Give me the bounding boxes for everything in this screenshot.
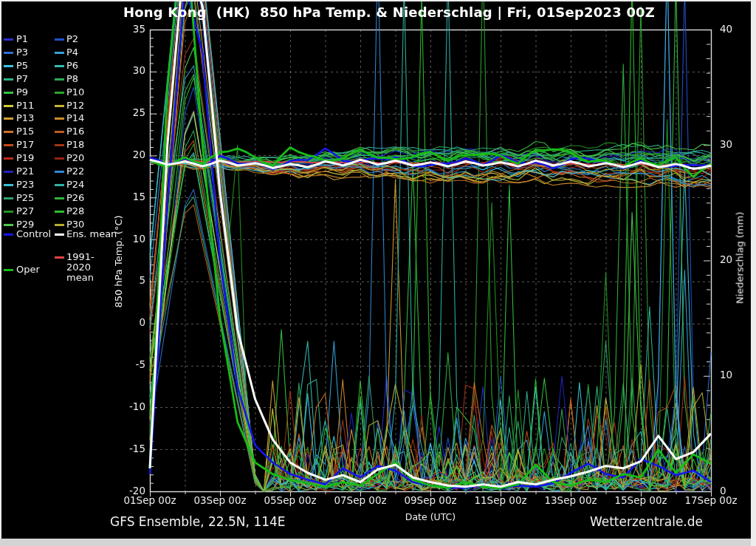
legend-item-p25: P25 (16, 193, 34, 203)
legend-swatch-p10 (55, 92, 64, 94)
legend-item-p28: P28 (66, 206, 84, 216)
legend-item-p7: P7 (16, 74, 28, 84)
legend-swatch-p6 (55, 65, 64, 67)
legend-swatch-p19 (4, 157, 13, 160)
legend-item-p21: P21 (16, 166, 34, 177)
page-margin-bottom (0, 539, 756, 546)
legend-item-p9: P9 (16, 87, 28, 98)
legend-item-p3: P3 (16, 47, 28, 58)
legend-swatch-control (4, 233, 13, 236)
legend-item-p20: P20 (66, 153, 84, 163)
legend: P1P2P3P4P5P6P7P8P9P10P11P12P13P14P15P16P… (1, 1, 149, 312)
legend-item-p14: P14 (66, 113, 84, 123)
legend-swatch-oper (4, 269, 13, 271)
legend-item-p23: P23 (16, 180, 34, 190)
page: { "title": "Hong Kong (HK) 850 hPa Temp.… (0, 0, 756, 546)
legend-swatch-p23 (4, 184, 13, 186)
legend-swatch-p29 (4, 224, 13, 226)
legend-swatch-p22 (55, 171, 64, 173)
footer-site: Wetterzentrale.de (568, 514, 703, 529)
legend-swatch-p11 (4, 105, 13, 107)
legend-item-p1: P1 (16, 34, 28, 44)
legend-swatch-p27 (4, 211, 13, 213)
legend-item-p2: P2 (66, 34, 78, 44)
chart-title: Hong Kong (HK) 850 hPa Temp. & Niedersch… (31, 4, 747, 20)
legend-swatch-p14 (55, 117, 64, 120)
legend-swatch-p25 (4, 197, 13, 199)
legend-swatch-p7 (4, 78, 13, 81)
legend-item-p8: P8 (66, 74, 78, 84)
legend-swatch-p1 (4, 38, 13, 41)
legend-item-p19: P19 (16, 153, 34, 163)
legend-item-p26: P26 (66, 193, 84, 203)
legend-swatch-p30 (55, 224, 64, 226)
page-margin-right (751, 0, 756, 546)
legend-swatch-p2 (55, 38, 64, 41)
y-right-axis-title: Niederschlag (mm) (735, 212, 746, 304)
legend-swatch-p28 (55, 211, 64, 213)
legend-swatch-p9 (4, 92, 13, 94)
legend-item-1991-2020-mean: 1991-2020 mean (66, 252, 118, 283)
footer-model-location: GFS Ensemble, 22.5N, 114E (110, 514, 286, 529)
x-axis-title: Date (UTC) (405, 511, 456, 522)
legend-swatch-p3 (4, 52, 13, 54)
legend-item-ens-mean: Ens. mean (66, 229, 117, 239)
legend-swatch-p26 (55, 197, 64, 199)
legend-swatch-p5 (4, 65, 13, 67)
legend-item-p6: P6 (66, 61, 78, 71)
legend-item-p22: P22 (66, 166, 84, 177)
legend-item-p17: P17 (16, 140, 34, 150)
legend-swatch-p8 (55, 78, 64, 81)
legend-item-p12: P12 (66, 100, 84, 111)
legend-item-p24: P24 (66, 180, 84, 190)
legend-item-control: Control (16, 229, 51, 239)
legend-swatch-p17 (4, 144, 13, 146)
legend-swatch-p24 (55, 184, 64, 186)
legend-item-p4: P4 (66, 47, 78, 58)
legend-swatch-p12 (55, 105, 64, 107)
legend-swatch-p15 (4, 131, 13, 133)
legend-swatch-p18 (55, 144, 64, 146)
legend-swatch-p4 (55, 52, 64, 54)
legend-item-p5: P5 (16, 61, 28, 71)
legend-item-p16: P16 (66, 126, 84, 137)
legend-item-oper: Oper (16, 265, 40, 275)
legend-swatch-p13 (4, 117, 13, 120)
legend-item-p13: P13 (16, 113, 34, 123)
legend-item-p18: P18 (66, 140, 84, 150)
chart-panel: Hong Kong (HK) 850 hPa Temp. & Niedersch… (1, 1, 751, 539)
legend-swatch-p21 (4, 171, 13, 173)
legend-swatch-p16 (55, 131, 64, 133)
legend-swatch-p20 (55, 157, 64, 160)
legend-item-p11: P11 (16, 100, 34, 111)
legend-item-p15: P15 (16, 126, 34, 137)
legend-swatch-1991-2020-mean (55, 256, 64, 259)
legend-swatch-ens-mean (55, 233, 64, 236)
legend-item-p27: P27 (16, 206, 34, 216)
legend-item-p10: P10 (66, 87, 84, 98)
